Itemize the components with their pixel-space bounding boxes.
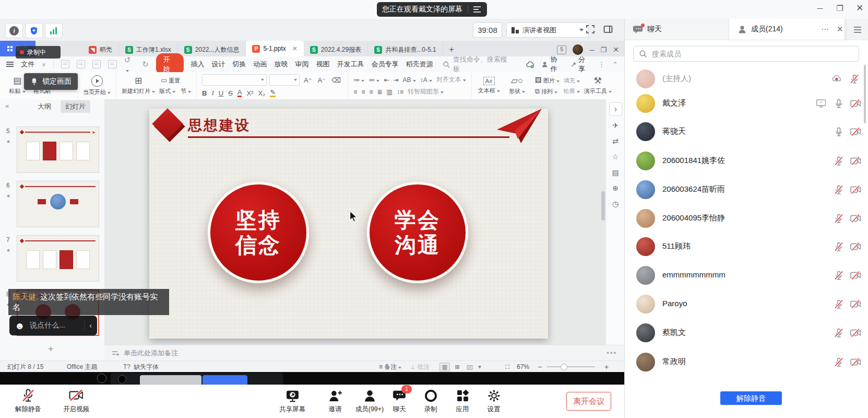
leave-meeting-button[interactable]: 离开会议: [566, 392, 611, 411]
member-row[interactable]: 蒋骁天: [625, 122, 868, 143]
send-plane-icon[interactable]: ✈: [606, 121, 625, 130]
fill-button[interactable]: 填充: [564, 77, 580, 85]
more-options-icon[interactable]: ⋮: [598, 61, 605, 68]
bold-button[interactable]: B: [202, 89, 207, 97]
command-search[interactable]: 查找命令、搜索模板: [443, 55, 511, 74]
slide-sorter-icon[interactable]: ⊞: [452, 363, 462, 371]
main-menu-icon[interactable]: [6, 61, 14, 67]
subscript-button[interactable]: X₂: [258, 89, 265, 97]
camera-off-icon[interactable]: [850, 156, 861, 166]
layout-button[interactable]: 版式: [159, 87, 175, 95]
numbered-list-icon[interactable]: ≕: [368, 76, 379, 84]
toggle-panel-button[interactable]: [603, 25, 613, 36]
share-button[interactable]: ↗ 分享: [570, 55, 591, 74]
mic-off-icon[interactable]: [834, 184, 844, 195]
clear-format-icon[interactable]: ⌫: [330, 76, 342, 84]
missing-font-label[interactable]: 缺失字体: [134, 361, 159, 373]
tab-chat[interactable]: 聊天: [625, 19, 729, 40]
strikethrough-button[interactable]: S: [228, 89, 233, 97]
camera-off-icon[interactable]: [850, 126, 861, 137]
insert-icon[interactable]: ⊕: [606, 184, 625, 192]
panel-more-icon[interactable]: ⋯: [821, 25, 829, 34]
canvas-scrollbar[interactable]: [601, 191, 605, 220]
network-quality-button[interactable]: [45, 23, 63, 38]
settings-button[interactable]: 设置: [469, 388, 519, 414]
decrease-indent-icon[interactable]: ⇤: [384, 76, 389, 84]
menu-tab-review[interactable]: 审阅: [295, 60, 309, 69]
zoom-in-icon[interactable]: +: [604, 361, 609, 373]
panel-menu-icon[interactable]: [854, 27, 862, 33]
close-button[interactable]: ✕: [852, 1, 867, 16]
menu-tab-devtools[interactable]: 开发工具: [337, 60, 364, 69]
camera-off-icon[interactable]: [850, 241, 861, 252]
emoji-icon[interactable]: ☻: [15, 321, 25, 331]
comments-toggle[interactable]: ⊥ 批注: [410, 361, 430, 373]
tab-slides[interactable]: 幻灯片: [61, 100, 90, 113]
menu-tab-docer[interactable]: 稻壳资源: [406, 60, 433, 69]
zoom-out-icon[interactable]: −: [538, 361, 542, 373]
member-row[interactable]: (主持人): [625, 69, 868, 90]
maximize-button[interactable]: ❐: [832, 1, 848, 16]
unmute-button[interactable]: 解除静音: [3, 388, 53, 414]
camera-off-icon[interactable]: [850, 213, 861, 224]
member-row[interactable]: emmmmmmmmm: [625, 265, 868, 286]
camera-off-icon[interactable]: [850, 299, 861, 309]
picture-button[interactable]: 🖼图片: [533, 76, 560, 85]
layout-icon[interactable]: ▤: [606, 168, 625, 177]
banner-menu-icon[interactable]: [473, 6, 482, 13]
collapse-panel-icon[interactable]: «: [5, 102, 9, 110]
panel-close-icon[interactable]: ✕: [837, 25, 843, 34]
zoom-slider-track[interactable]: [547, 366, 595, 367]
font-size-select[interactable]: [269, 74, 300, 86]
wps-minimize-icon[interactable]: ─: [589, 46, 594, 54]
history-icon[interactable]: ◷: [606, 200, 625, 208]
collapse-chat-icon[interactable]: ‹: [89, 321, 92, 330]
zoom-percent[interactable]: 67%: [517, 361, 529, 373]
section-button[interactable]: 节: [181, 87, 191, 95]
menu-tab-view[interactable]: 视图: [316, 60, 330, 69]
camera-off-icon[interactable]: [850, 184, 861, 195]
align-right-icon[interactable]: ≡: [370, 88, 373, 96]
undo-icon[interactable]: ↺: [124, 55, 135, 74]
meeting-info-button[interactable]: i: [5, 23, 23, 38]
mic-off-icon[interactable]: [834, 213, 844, 224]
camera-off-icon[interactable]: [850, 270, 861, 281]
close-tab-icon[interactable]: ✕: [292, 45, 298, 52]
panel-unmute-button[interactable]: 解除静音: [720, 391, 782, 405]
camera-off-icon[interactable]: [850, 328, 861, 338]
member-search-input[interactable]: [651, 49, 853, 59]
collaborate-button[interactable]: 协作: [541, 55, 563, 74]
notes-toggle[interactable]: ≡ 备注: [379, 361, 401, 373]
member-row[interactable]: 戴文泽: [625, 94, 868, 114]
shrink-font-button[interactable]: A⁻: [316, 76, 328, 84]
redo-icon[interactable]: ↻: [142, 60, 149, 69]
reset-button[interactable]: ▭重置: [159, 76, 191, 85]
view-dropdown-icon[interactable]: ▾: [478, 361, 481, 373]
wps-tab-baobiao[interactable]: S 2022.4.29报表: [304, 43, 368, 56]
quick-chat-input[interactable]: ☻ 说点什么... ‹: [9, 316, 97, 335]
wps-account-avatar[interactable]: [573, 44, 583, 55]
camera-off-icon[interactable]: [850, 357, 861, 367]
member-row[interactable]: 蔡凯文: [625, 323, 868, 344]
member-row[interactable]: 511顾玮: [625, 237, 868, 258]
character-spacing-button[interactable]: AB: [403, 76, 416, 84]
wps-tab-renshu[interactable]: S 2022...人数信息: [178, 43, 246, 56]
member-search-box[interactable]: [633, 46, 859, 62]
watching-screen-banner[interactable]: 您正在观看戴文泽的屏幕: [377, 2, 487, 17]
view-mode-dropdown[interactable]: 演讲者视图: [506, 22, 589, 38]
slide-thumbnail-6[interactable]: [17, 181, 99, 227]
highlight-button[interactable]: ✎: [270, 89, 276, 97]
collapse-ribbon-icon[interactable]: ⌃: [612, 61, 624, 68]
mic-off-icon[interactable]: [834, 357, 844, 367]
minimize-button[interactable]: ─: [812, 1, 828, 16]
wps-close-icon[interactable]: ✕: [613, 45, 619, 54]
security-button[interactable]: [25, 23, 43, 38]
lock-screen-tooltip[interactable]: 锁定画面: [24, 73, 78, 90]
textbox-button[interactable]: A≡文本框: [477, 77, 501, 95]
mic-off-icon[interactable]: [834, 241, 844, 252]
export-icon[interactable]: [77, 60, 85, 68]
theme-name[interactable]: Office 主题: [67, 361, 97, 373]
notes-bar[interactable]: 单击此处添加备注 •••: [104, 345, 624, 361]
swap-icon[interactable]: ⇄: [606, 137, 625, 145]
columns-icon[interactable]: ▥: [387, 88, 393, 96]
